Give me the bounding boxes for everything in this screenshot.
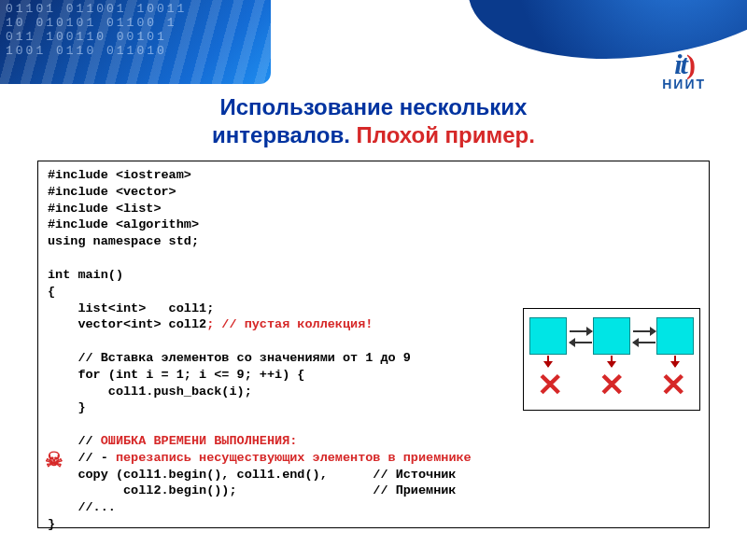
x-mark-icon: ✕ bbox=[593, 371, 630, 399]
arrow-right-icon bbox=[633, 330, 655, 332]
arrow-left-icon bbox=[633, 342, 655, 343]
list-node-1 bbox=[529, 317, 567, 355]
logo: it) НИИТ bbox=[662, 49, 706, 91]
arrow-down-icon bbox=[674, 356, 676, 367]
logo-paren: ) bbox=[686, 49, 694, 79]
logo-mark: it) bbox=[662, 49, 706, 80]
list-to-vector-diagram: ✕ ✕ ✕ bbox=[523, 308, 700, 411]
diagram-list-row bbox=[529, 315, 694, 357]
list-node-2 bbox=[593, 317, 630, 355]
title-line2b: Плохой пример. bbox=[357, 122, 535, 147]
decorative-banner: 01101 011001 10011 10 010101 01100 1 011… bbox=[0, 0, 271, 84]
list-node-3 bbox=[656, 317, 694, 355]
arrow-left-icon bbox=[570, 342, 592, 343]
arrow-down-icon bbox=[611, 356, 613, 367]
skull-icon: ☠ bbox=[45, 448, 63, 472]
banner-bits: 01101 011001 10011 10 010101 01100 1 011… bbox=[6, 2, 187, 58]
arrow-down-icon bbox=[547, 356, 549, 367]
x-mark-icon: ✕ bbox=[531, 371, 569, 399]
title-line2a: интервалов. bbox=[212, 122, 350, 147]
arrow-right-icon bbox=[570, 330, 592, 332]
slide-title: Использование нескольких интервалов. Пло… bbox=[0, 93, 747, 149]
title-line1: Использование нескольких bbox=[220, 94, 528, 119]
x-mark-icon: ✕ bbox=[655, 371, 692, 399]
logo-text-it: it bbox=[674, 49, 686, 79]
diagram-x-row: ✕ ✕ ✕ bbox=[529, 371, 694, 399]
